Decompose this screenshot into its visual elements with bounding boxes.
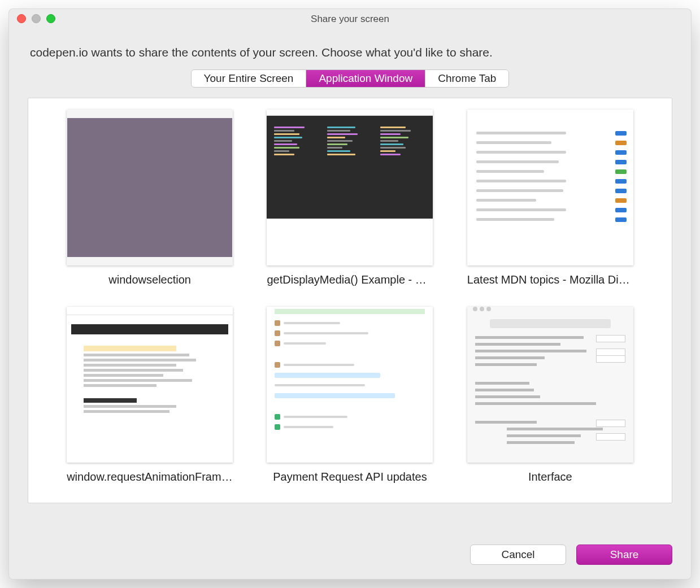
thumbnail — [467, 307, 633, 463]
source-tile[interactable]: getDisplayMedia() Example - CodePen — [261, 110, 438, 286]
dialog-footer: Cancel Share — [470, 545, 672, 565]
sources-grid: windowselection — [28, 98, 672, 500]
tile-label: Latest MDN topics - Mozilla Discourse — [467, 273, 633, 286]
tile-label: Payment Request API updates — [273, 471, 427, 484]
tile-label: window.requestAnimationFrame - MDN — [67, 471, 233, 484]
close-icon[interactable] — [17, 14, 26, 23]
share-screen-dialog: Share your screen codepen.io wants to sh… — [8, 8, 692, 580]
thumbnail — [67, 307, 233, 463]
source-tile[interactable]: Latest MDN topics - Mozilla Discourse — [462, 110, 639, 286]
thumbnail — [267, 307, 433, 463]
tab-application-window[interactable]: Application Window — [306, 70, 425, 87]
window-controls — [17, 14, 55, 23]
source-tabs: Your Entire Screen Application Window Ch… — [191, 69, 510, 88]
source-tile[interactable]: Payment Request API updates — [261, 307, 438, 484]
tab-chrome-tab[interactable]: Chrome Tab — [425, 70, 508, 87]
tile-label: getDisplayMedia() Example - CodePen — [267, 273, 433, 286]
minimize-icon — [32, 14, 41, 23]
source-tile[interactable]: window.requestAnimationFrame - MDN — [61, 307, 238, 484]
tile-label: windowselection — [108, 273, 191, 286]
tile-label: Interface — [528, 471, 572, 484]
thumbnail — [467, 110, 633, 265]
cancel-button[interactable]: Cancel — [470, 545, 566, 565]
window-title: Share your screen — [311, 14, 389, 25]
source-tile[interactable]: Interface — [462, 307, 639, 484]
tab-entire-screen[interactable]: Your Entire Screen — [192, 70, 307, 87]
maximize-icon[interactable] — [46, 14, 55, 23]
thumbnail — [267, 110, 433, 265]
source-tile[interactable]: windowselection — [61, 110, 238, 286]
thumbnail — [67, 110, 233, 265]
share-prompt: codepen.io wants to share the contents o… — [8, 30, 692, 69]
titlebar: Share your screen — [8, 8, 692, 30]
share-button[interactable]: Share — [576, 545, 672, 565]
sources-panel[interactable]: windowselection — [28, 98, 672, 503]
